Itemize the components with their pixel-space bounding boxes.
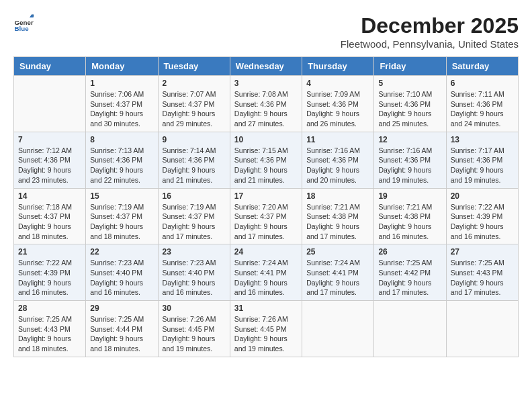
day-number: 12 [378, 135, 441, 144]
day-info: Sunrise: 7:25 AM Sunset: 4:42 PM Dayligh… [378, 258, 441, 298]
day-info: Sunrise: 7:25 AM Sunset: 4:44 PM Dayligh… [90, 314, 153, 354]
day-number: 8 [90, 135, 153, 144]
calendar-cell: 10Sunrise: 7:15 AM Sunset: 4:36 PM Dayli… [230, 132, 302, 188]
day-info: Sunrise: 7:19 AM Sunset: 4:37 PM Dayligh… [163, 202, 226, 242]
calendar-week-row: 21Sunrise: 7:22 AM Sunset: 4:39 PM Dayli… [14, 244, 519, 301]
calendar-week-row: 7Sunrise: 7:12 AM Sunset: 4:36 PM Daylig… [14, 132, 519, 188]
calendar-cell: 24Sunrise: 7:24 AM Sunset: 4:41 PM Dayli… [230, 244, 302, 301]
calendar-cell [14, 76, 86, 132]
day-number: 2 [163, 79, 226, 88]
day-info: Sunrise: 7:18 AM Sunset: 4:37 PM Dayligh… [18, 202, 81, 242]
day-info: Sunrise: 7:20 AM Sunset: 4:37 PM Dayligh… [234, 202, 298, 242]
calendar-cell: 3Sunrise: 7:08 AM Sunset: 4:36 PM Daylig… [230, 76, 302, 132]
day-number: 20 [451, 191, 514, 201]
day-info: Sunrise: 7:12 AM Sunset: 4:36 PM Dayligh… [18, 146, 81, 185]
header-friday: Friday [374, 57, 446, 76]
day-info: Sunrise: 7:24 AM Sunset: 4:41 PM Dayligh… [234, 258, 298, 298]
day-info: Sunrise: 7:25 AM Sunset: 4:43 PM Dayligh… [451, 258, 514, 298]
calendar-cell: 26Sunrise: 7:25 AM Sunset: 4:42 PM Dayli… [374, 244, 446, 301]
day-number: 23 [163, 247, 226, 257]
day-number: 21 [18, 247, 81, 257]
page-header: General Blue December 2025 Fleetwood, Pe… [13, 13, 519, 50]
calendar-cell: 14Sunrise: 7:18 AM Sunset: 4:37 PM Dayli… [14, 188, 86, 244]
day-info: Sunrise: 7:26 AM Sunset: 4:45 PM Dayligh… [163, 314, 226, 354]
day-info: Sunrise: 7:06 AM Sunset: 4:37 PM Dayligh… [90, 89, 153, 129]
calendar-cell: 16Sunrise: 7:19 AM Sunset: 4:37 PM Dayli… [158, 188, 230, 244]
day-number: 5 [378, 79, 441, 88]
calendar-week-row: 1Sunrise: 7:06 AM Sunset: 4:37 PM Daylig… [14, 76, 519, 132]
calendar-cell: 1Sunrise: 7:06 AM Sunset: 4:37 PM Daylig… [86, 76, 158, 132]
day-info: Sunrise: 7:19 AM Sunset: 4:37 PM Dayligh… [90, 202, 153, 242]
day-info: Sunrise: 7:17 AM Sunset: 4:36 PM Dayligh… [451, 146, 514, 185]
calendar-week-row: 14Sunrise: 7:18 AM Sunset: 4:37 PM Dayli… [14, 188, 519, 244]
calendar-cell: 4Sunrise: 7:09 AM Sunset: 4:36 PM Daylig… [302, 76, 374, 132]
calendar-subtitle: Fleetwood, Pennsylvania, United States [341, 38, 519, 50]
day-number: 14 [18, 191, 81, 201]
day-info: Sunrise: 7:24 AM Sunset: 4:41 PM Dayligh… [306, 258, 369, 298]
svg-text:Blue: Blue [15, 25, 30, 32]
calendar-cell: 6Sunrise: 7:11 AM Sunset: 4:36 PM Daylig… [446, 76, 518, 132]
day-number: 11 [306, 135, 369, 144]
calendar-cell: 19Sunrise: 7:21 AM Sunset: 4:38 PM Dayli… [374, 188, 446, 244]
day-info: Sunrise: 7:21 AM Sunset: 4:38 PM Dayligh… [378, 202, 441, 242]
calendar-title: December 2025 [341, 13, 519, 38]
day-number: 25 [306, 247, 369, 257]
day-number: 13 [451, 135, 514, 144]
day-number: 30 [163, 304, 226, 313]
calendar-cell: 31Sunrise: 7:26 AM Sunset: 4:45 PM Dayli… [230, 301, 302, 357]
calendar-cell: 7Sunrise: 7:12 AM Sunset: 4:36 PM Daylig… [14, 132, 86, 188]
calendar-cell: 8Sunrise: 7:13 AM Sunset: 4:36 PM Daylig… [86, 132, 158, 188]
calendar-cell [446, 301, 518, 357]
day-info: Sunrise: 7:21 AM Sunset: 4:38 PM Dayligh… [306, 202, 369, 242]
day-number: 16 [163, 191, 226, 201]
day-number: 4 [306, 79, 369, 88]
day-number: 22 [90, 247, 153, 257]
title-block: December 2025 Fleetwood, Pennsylvania, U… [341, 13, 519, 50]
day-info: Sunrise: 7:22 AM Sunset: 4:39 PM Dayligh… [451, 202, 514, 242]
day-number: 27 [451, 247, 514, 257]
calendar-cell: 28Sunrise: 7:25 AM Sunset: 4:43 PM Dayli… [14, 301, 86, 357]
calendar-cell: 23Sunrise: 7:23 AM Sunset: 4:40 PM Dayli… [158, 244, 230, 301]
day-info: Sunrise: 7:23 AM Sunset: 4:40 PM Dayligh… [90, 258, 153, 298]
calendar-cell: 27Sunrise: 7:25 AM Sunset: 4:43 PM Dayli… [446, 244, 518, 301]
day-info: Sunrise: 7:13 AM Sunset: 4:36 PM Dayligh… [90, 146, 153, 185]
calendar-header-row: SundayMondayTuesdayWednesdayThursdayFrid… [14, 57, 519, 76]
day-number: 26 [378, 247, 441, 257]
calendar-week-row: 28Sunrise: 7:25 AM Sunset: 4:43 PM Dayli… [14, 301, 519, 357]
calendar-cell [374, 301, 446, 357]
logo: General Blue [13, 13, 34, 34]
day-number: 1 [90, 79, 153, 88]
calendar-cell: 13Sunrise: 7:17 AM Sunset: 4:36 PM Dayli… [446, 132, 518, 188]
header-sunday: Sunday [14, 57, 86, 76]
day-number: 17 [234, 191, 298, 201]
calendar-cell [302, 301, 374, 357]
day-number: 18 [306, 191, 369, 201]
header-monday: Monday [86, 57, 158, 76]
calendar-cell: 15Sunrise: 7:19 AM Sunset: 4:37 PM Dayli… [86, 188, 158, 244]
day-number: 6 [451, 79, 514, 88]
day-number: 3 [234, 79, 298, 88]
logo-icon: General Blue [13, 13, 34, 34]
day-info: Sunrise: 7:26 AM Sunset: 4:45 PM Dayligh… [234, 314, 298, 354]
calendar-cell: 18Sunrise: 7:21 AM Sunset: 4:38 PM Dayli… [302, 188, 374, 244]
calendar-cell: 30Sunrise: 7:26 AM Sunset: 4:45 PM Dayli… [158, 301, 230, 357]
header-tuesday: Tuesday [158, 57, 230, 76]
calendar-cell: 17Sunrise: 7:20 AM Sunset: 4:37 PM Dayli… [230, 188, 302, 244]
calendar-cell: 21Sunrise: 7:22 AM Sunset: 4:39 PM Dayli… [14, 244, 86, 301]
calendar-cell: 11Sunrise: 7:16 AM Sunset: 4:36 PM Dayli… [302, 132, 374, 188]
day-info: Sunrise: 7:08 AM Sunset: 4:36 PM Dayligh… [234, 89, 298, 129]
calendar-cell: 25Sunrise: 7:24 AM Sunset: 4:41 PM Dayli… [302, 244, 374, 301]
day-number: 9 [163, 135, 226, 144]
day-number: 19 [378, 191, 441, 201]
header-thursday: Thursday [302, 57, 374, 76]
calendar-table: SundayMondayTuesdayWednesdayThursdayFrid… [13, 56, 519, 357]
day-number: 24 [234, 247, 298, 257]
calendar-cell: 20Sunrise: 7:22 AM Sunset: 4:39 PM Dayli… [446, 188, 518, 244]
day-info: Sunrise: 7:23 AM Sunset: 4:40 PM Dayligh… [163, 258, 226, 298]
day-number: 15 [90, 191, 153, 201]
calendar-cell: 29Sunrise: 7:25 AM Sunset: 4:44 PM Dayli… [86, 301, 158, 357]
calendar-cell: 12Sunrise: 7:16 AM Sunset: 4:36 PM Dayli… [374, 132, 446, 188]
day-number: 10 [234, 135, 298, 144]
calendar-cell: 2Sunrise: 7:07 AM Sunset: 4:37 PM Daylig… [158, 76, 230, 132]
calendar-cell: 9Sunrise: 7:14 AM Sunset: 4:36 PM Daylig… [158, 132, 230, 188]
